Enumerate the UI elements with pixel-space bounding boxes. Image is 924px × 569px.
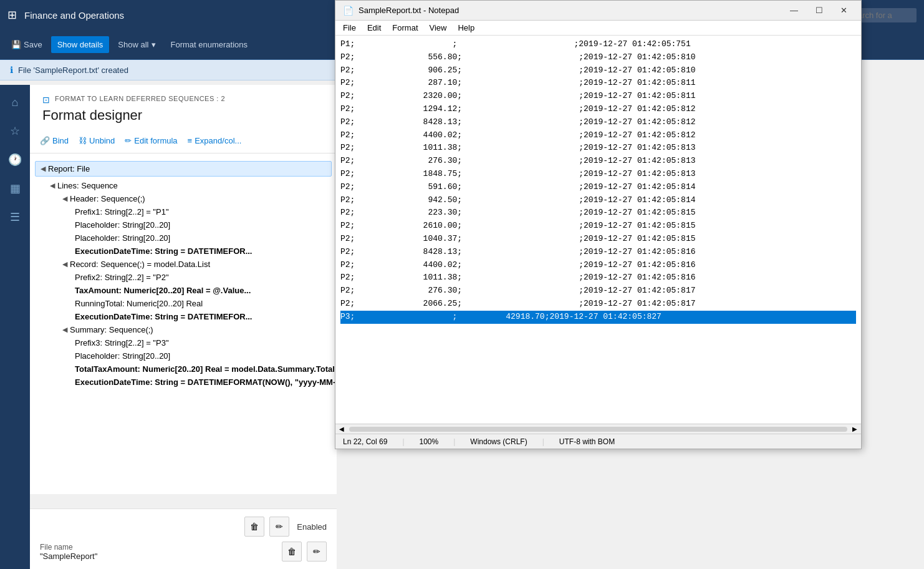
bind-button[interactable]: 🔗 Bind (40, 134, 69, 148)
encoding-status: UTF-8 with BOM (559, 437, 615, 446)
line-ending-status: Windows (CRLF) (470, 437, 527, 446)
save-icon: 💾 (11, 40, 21, 49)
page-title: Format designer (42, 107, 324, 124)
tree-item[interactable]: Prefix1: String[2..2] = "P1" (30, 205, 337, 218)
tree-item[interactable]: Placeholder: String[20..20] (30, 231, 337, 245)
tree-item-label: Prefix2: String[2..2] = "P2" (75, 273, 169, 282)
close-button[interactable]: ✕ (834, 4, 854, 16)
scroll-right-arrow[interactable]: ▶ (850, 426, 860, 432)
show-details-button[interactable]: Show details (51, 36, 110, 53)
tree-items-container: ◀Lines: Sequence◀Header: Sequence(;)Pref… (30, 179, 337, 389)
tree-expand-arrow: ◀ (62, 195, 67, 203)
tree-item[interactable]: ExecutionDateTime: String = DATETIMEFOR.… (30, 310, 337, 323)
tree-item[interactable]: ◀Summary: Sequence(;) (30, 323, 337, 336)
tree-root-item[interactable]: ◀ Report: File (35, 161, 332, 177)
scroll-left-arrow[interactable]: ◀ (337, 426, 347, 432)
notepad-line: P2; 223.30; ;2019-12-27 01:42:05:815 (340, 207, 856, 220)
tree-item[interactable]: Prefix2: String[2..2] = "P2" (30, 271, 337, 284)
tree-item[interactable]: TaxAmount: Numeric[20..20] Real = @.Valu… (30, 284, 337, 297)
format-enumerations-button[interactable]: Format enumerations (165, 36, 254, 53)
clock-icon[interactable]: 🕐 (0, 147, 30, 173)
chevron-down-icon: ▾ (152, 40, 156, 49)
tree-item-label: Lines: Sequence (57, 181, 118, 190)
unbind-button[interactable]: ⛓ Unbind (79, 134, 115, 148)
save-button[interactable]: 💾 Save (5, 36, 49, 53)
main-content: ⊡ FORMAT TO LEARN DEFERRED SEQUENCES : 2… (30, 85, 337, 494)
notepad-line: P2; 2610.00; ;2019-12-27 01:42:05:815 (340, 220, 856, 233)
tree-item[interactable]: ◀Header: Sequence(;) (30, 192, 337, 205)
tree-item-label: Record: Sequence(;) = model.Data.List (70, 260, 210, 269)
notepad-window: 📄 SampleReport.txt - Notepad — ☐ ✕ File … (335, 0, 862, 449)
tree-item-label: Placeholder: String[20..20] (75, 220, 170, 230)
notepad-line: P2; 276.30; ;2019-12-27 01:42:05:813 (340, 155, 856, 168)
tree-item[interactable]: Prefix3: String[2..2] = "P3" (30, 336, 337, 349)
tree-item-label: ExecutionDateTime: String = DATETIMEFOR.… (75, 246, 252, 256)
menu-format[interactable]: Format (387, 22, 423, 34)
tree-item[interactable]: ◀Lines: Sequence (30, 179, 337, 192)
filter-icon[interactable]: ⊡ (42, 95, 50, 105)
filename-label: File name (40, 543, 97, 552)
notepad-line: P2; 591.60; ;2019-12-27 01:42:05:814 (340, 181, 856, 194)
restore-button[interactable]: ☐ (809, 4, 829, 16)
tree-item-label: TotalTaxAmount: Numeric[20..20] Real = m… (75, 364, 335, 374)
tree-item-label: Prefix3: String[2..2] = "P3" (75, 338, 169, 348)
notepad-line: P2; 1040.37; ;2019-12-27 01:42:05:815 (340, 233, 856, 246)
tree-item-label: Summary: Sequence(;) (70, 325, 153, 334)
notepad-line: P2; 1011.38; ;2019-12-27 01:42:05:813 (340, 142, 856, 155)
list-icon[interactable]: ☰ (0, 204, 30, 230)
tree-item[interactable]: RunningTotal: Numeric[20..20] Real (30, 297, 337, 310)
expand-icon: ≡ (188, 136, 193, 145)
notepad-content[interactable]: P1; ; ;2019-12-27 01:42:05:751P2; 556.80… (335, 36, 861, 424)
menu-file[interactable]: File (338, 22, 361, 34)
notepad-line: P2; 1294.12; ;2019-12-27 01:42:05:812 (340, 103, 856, 116)
menu-help[interactable]: Help (453, 22, 479, 34)
notepad-menubar: File Edit Format View Help (335, 21, 861, 36)
tree-item[interactable]: Placeholder: String[20..20] (30, 349, 337, 362)
info-icon: ℹ (10, 65, 13, 75)
tree-item-label: ExecutionDateTime: String = DATETIMEFORM… (75, 377, 337, 387)
tree-expand-arrow: ◀ (62, 260, 67, 268)
expand-col-button[interactable]: ≡ Expand/col... (188, 134, 242, 148)
notepad-line: P2; 2320.00; ;2019-12-27 01:42:05:811 (340, 90, 856, 103)
notepad-line: P2; 1011.38; ;2019-12-27 01:42:05:816 (340, 271, 856, 284)
menu-edit[interactable]: Edit (362, 22, 386, 34)
tree-root-label: Report: File (48, 164, 90, 173)
home-icon[interactable]: ⌂ (0, 90, 30, 115)
delete-enabled-button[interactable]: 🗑 (244, 517, 264, 537)
link-icon: 🔗 (40, 136, 50, 145)
enabled-label: Enabled (297, 522, 327, 532)
tree-item[interactable]: ◀Record: Sequence(;) = model.Data.List (30, 258, 337, 271)
notepad-line: P2; 4400.02; ;2019-12-27 01:42:05:816 (340, 259, 856, 272)
info-message: File 'SampleReport.txt' created (18, 66, 128, 75)
tree-container: ◀ Report: File ◀Lines: Sequence◀Header: … (30, 153, 337, 394)
notepad-line: P2; 556.80; ;2019-12-27 01:42:05:810 (340, 51, 856, 64)
tree-item[interactable]: TotalTaxAmount: Numeric[20..20] Real = m… (30, 362, 337, 376)
show-all-button[interactable]: Show all ▾ (112, 36, 161, 53)
tree-item-label: TaxAmount: Numeric[20..20] Real = @.Valu… (75, 286, 251, 295)
edit-filename-button[interactable]: ✏ (307, 542, 327, 562)
zoom-status: 100% (420, 437, 439, 446)
pencil-icon: ✏ (125, 136, 132, 145)
notepad-line: P3; ; 42918.70;2019-12-27 01:42:05:827 (340, 311, 856, 324)
notepad-line: P2; 8428.13; ;2019-12-27 01:42:05:812 (340, 116, 856, 129)
grid-icon[interactable]: ⊞ (7, 8, 17, 22)
edit-enabled-button[interactable]: ✏ (269, 517, 289, 537)
calendar-icon[interactable]: ▦ (0, 175, 30, 202)
tree-item[interactable]: Placeholder: String[20..20] (30, 218, 337, 231)
delete-filename-button[interactable]: 🗑 (282, 542, 302, 562)
left-sidebar: ⌂ ☆ 🕐 ▦ ☰ (0, 85, 30, 569)
horizontal-scrollbar[interactable]: ◀ ▶ (335, 424, 861, 434)
designer-toolbar: 🔗 Bind ⛓ Unbind ✏ Edit formula ≡ Expand/… (30, 129, 337, 153)
star-icon[interactable]: ☆ (0, 118, 30, 144)
notepad-icon: 📄 (343, 6, 354, 16)
tree-item[interactable]: ExecutionDateTime: String = DATETIMEFOR.… (30, 245, 337, 258)
menu-view[interactable]: View (425, 22, 452, 34)
tree-item[interactable]: ExecutionDateTime: String = DATETIMEFORM… (30, 376, 337, 389)
info-bar: ℹ File 'SampleReport.txt' created (0, 60, 337, 80)
tree-item-label: Prefix1: String[2..2] = "P1" (75, 207, 169, 216)
minimize-button[interactable]: — (784, 4, 804, 16)
tree-expand-arrow: ◀ (62, 326, 67, 334)
tree-arrow-root: ◀ (41, 165, 46, 173)
notepad-title: SampleReport.txt - Notepad (359, 6, 779, 15)
edit-formula-button[interactable]: ✏ Edit formula (125, 134, 177, 148)
